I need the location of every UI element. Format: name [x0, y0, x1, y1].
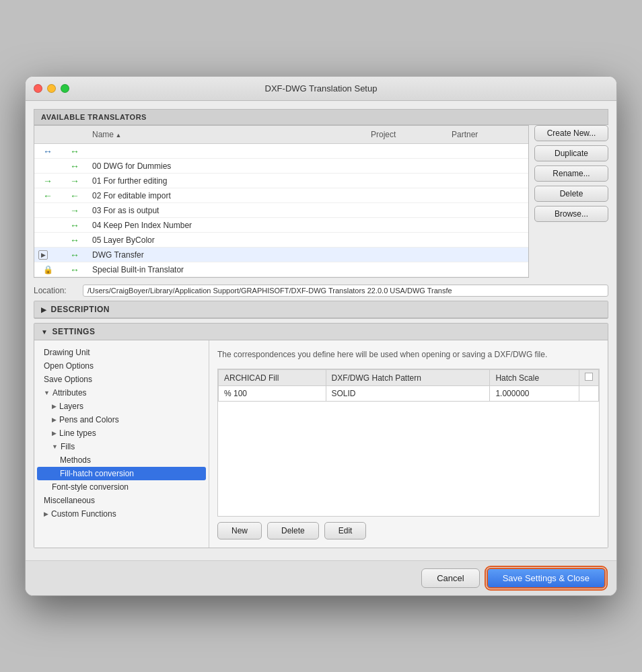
row-partner [448, 194, 528, 197]
sidebar-item-layers[interactable]: ▶ Layers [37, 400, 206, 413]
location-value: /Users/CraigBoyer/Library/Application Su… [83, 285, 608, 297]
sidebar-item-line-types[interactable]: ▶ Line types [37, 426, 206, 440]
minimize-button[interactable] [47, 84, 56, 93]
main-window: DXF-DWG Translation Setup AVAILABLE TRAN… [25, 76, 617, 596]
cell-cb [579, 386, 599, 402]
row-project [367, 194, 448, 197]
translators-section-header: AVAILABLE TRANSLATORS [34, 109, 608, 125]
sidebar-label-attributes: Attributes [52, 388, 87, 398]
sidebar-item-miscellaneous[interactable]: Miscellaneous [37, 494, 206, 507]
table-header: ARCHICAD Fill DXF/DWG Hatch Pattern Hatc… [219, 370, 599, 386]
browse-button[interactable]: Browse... [534, 206, 608, 222]
row-project [367, 224, 448, 227]
table-row[interactable]: ← ← 02 For editable import [34, 188, 528, 203]
description-title: DESCRIPTION [51, 305, 110, 314]
sidebar-label-custom-functions: Custom Functions [51, 509, 116, 519]
row-name: DWG Transfer [88, 249, 367, 261]
new-button[interactable]: New [217, 522, 262, 539]
fill-hatch-table: ARCHICAD Fill DXF/DWG Hatch Pattern Hatc… [218, 369, 599, 402]
delete-row-button[interactable]: Delete [267, 522, 319, 539]
sidebar-item-custom-functions[interactable]: ▶ Custom Functions [37, 507, 206, 521]
lock-icon: 🔒 [34, 264, 61, 276]
translators-area: Name Project Partner ↔ ↔ ↔ 00 DWG for Du… [34, 125, 608, 278]
expand-arrow-icon: ▶ [52, 416, 57, 423]
row-icon2: ← [61, 189, 88, 202]
table-row-selected[interactable]: ▶ ↔ DWG Transfer [34, 248, 528, 262]
location-row: Location: /Users/CraigBoyer/Library/Appl… [34, 285, 608, 297]
row-expand-btn[interactable]: ▶ [34, 249, 61, 261]
row-icon1 [34, 165, 61, 167]
row-project [367, 150, 448, 153]
rename-button[interactable]: Rename... [534, 165, 608, 182]
table-row[interactable]: ↔ 04 Keep Pen Index Number [34, 218, 528, 233]
row-partner [448, 239, 528, 241]
translator-action-buttons: Create New... Duplicate Rename... Delete… [534, 125, 608, 278]
row-icon1 [34, 224, 61, 227]
col-header-name[interactable]: Name [88, 128, 367, 141]
save-settings-close-button[interactable]: Save Settings & Close [487, 568, 606, 589]
sidebar-item-pens-colors[interactable]: ▶ Pens and Colors [37, 413, 206, 426]
expand-arrow-icon: ▶ [52, 430, 57, 437]
location-label: Location: [34, 286, 77, 295]
expand-arrow-icon: ▼ [52, 443, 58, 450]
titlebar: DXF-DWG Translation Setup [26, 77, 616, 101]
close-button[interactable] [34, 84, 42, 93]
table-row[interactable]: 🔒 ↔ Special Built-in Translator [34, 262, 528, 277]
table-header-row: Name Project Partner [34, 126, 528, 144]
fill-hatch-row[interactable]: % 100 SOLID 1.000000 [219, 386, 599, 402]
chevron-right-icon: ▶ [41, 306, 47, 313]
sidebar-item-methods[interactable]: Methods [37, 453, 206, 467]
cell-scale: 1.000000 [490, 386, 579, 402]
table-row[interactable]: ↔ ↔ [34, 144, 528, 159]
row-project [367, 254, 448, 256]
sidebar-label-fills: Fills [61, 442, 75, 451]
chevron-down-icon: ▼ [41, 328, 48, 336]
sidebar-item-fills[interactable]: ▼ Fills [37, 440, 206, 453]
row-icon2: ↔ [61, 159, 88, 173]
sidebar-item-drawing-unit[interactable]: Drawing Unit [37, 346, 206, 359]
table-row[interactable]: ↔ 00 DWG for Dummies [34, 159, 528, 174]
row-name: 01 For further editing [88, 175, 367, 187]
row-icon2: → [61, 174, 88, 188]
row-name: 03 For as is output [88, 204, 367, 217]
content-area: AVAILABLE TRANSLATORS Name Project Partn… [26, 101, 616, 560]
settings-title: SETTINGS [52, 327, 95, 336]
row-partner [448, 150, 528, 153]
row-project [367, 165, 448, 167]
expand-arrow-icon: ▼ [44, 389, 50, 396]
expand-arrow-icon: ▶ [52, 403, 57, 410]
sidebar-item-open-options[interactable]: Open Options [37, 359, 206, 373]
zoom-button[interactable] [61, 84, 69, 93]
duplicate-button[interactable]: Duplicate [534, 145, 608, 161]
table-row[interactable]: → → 01 For further editing [34, 174, 528, 188]
col-archicad-fill: ARCHICAD Fill [219, 370, 326, 386]
traffic-lights [34, 84, 69, 93]
row-partner [448, 268, 528, 271]
cell-pattern: SOLID [326, 386, 490, 402]
table-row[interactable]: → 03 For as is output [34, 203, 528, 218]
row-project [367, 209, 448, 212]
edit-button[interactable]: Edit [324, 522, 367, 539]
settings-header[interactable]: ▼ SETTINGS [34, 324, 608, 340]
row-icon2: → [61, 204, 88, 217]
window-title: DXF-DWG Translation Setup [265, 83, 378, 94]
expand-icon[interactable]: ▶ [38, 250, 48, 260]
sidebar-label-pens-colors: Pens and Colors [59, 415, 119, 424]
description-header[interactable]: ▶ DESCRIPTION [34, 301, 608, 318]
create-new-button[interactable]: Create New... [534, 125, 608, 141]
settings-main-content: The correspondences you define here will… [209, 340, 608, 548]
sidebar-label-line-types: Line types [59, 428, 96, 438]
col-header-partner: Partner [448, 128, 528, 141]
table-row[interactable]: ↔ 05 Layer ByColor [34, 233, 528, 248]
sidebar-item-font-style[interactable]: Font-style conversion [37, 480, 206, 494]
settings-intro-text: The correspondences you define here will… [217, 348, 600, 361]
row-partner [448, 165, 528, 167]
sidebar-item-attributes[interactable]: ▼ Attributes [37, 386, 206, 400]
cancel-button[interactable]: Cancel [421, 568, 479, 588]
sidebar-item-fill-hatch[interactable]: Fill-hatch conversion [37, 467, 206, 480]
sidebar-item-save-options[interactable]: Save Options [37, 373, 206, 386]
col-header-icon1 [34, 128, 61, 141]
delete-translator-button[interactable]: Delete [534, 186, 608, 202]
col-dxf-pattern: DXF/DWG Hatch Pattern [326, 370, 490, 386]
col-header-icon2 [61, 128, 88, 141]
